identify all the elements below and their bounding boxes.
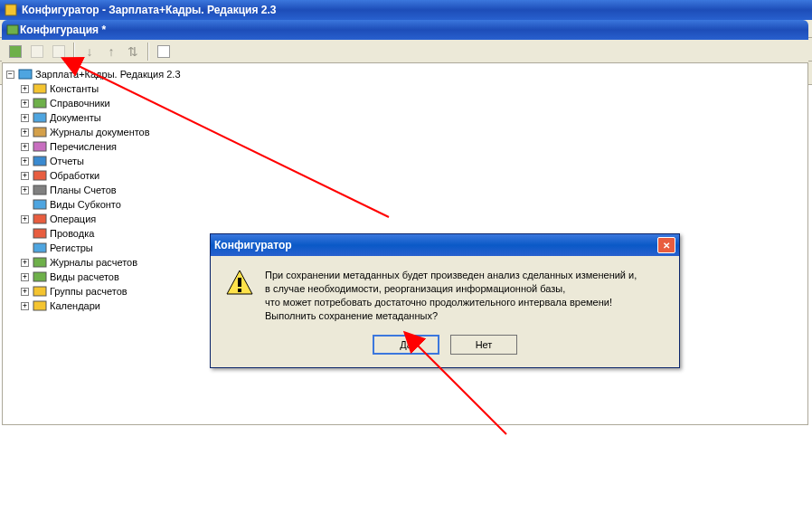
dialog-line-3: что может потребовать достаточно продолж… xyxy=(265,296,637,309)
child-window-icon xyxy=(5,22,20,39)
dialog-buttons: Да Нет xyxy=(211,329,679,367)
save-confirm-dialog: Конфигуратор ✕ При сохранении метаданных… xyxy=(210,233,680,368)
app-icon xyxy=(4,3,18,17)
tree-node-icon xyxy=(33,198,47,211)
tree-item-label: Регистры xyxy=(50,242,93,253)
tree-item-label: Планы Счетов xyxy=(50,185,117,195)
child-titlebar: Конфигурация * xyxy=(2,20,808,40)
svg-rect-6 xyxy=(33,128,46,137)
expand-toggle-icon[interactable]: + xyxy=(21,100,29,108)
dialog-titlebar[interactable]: Конфигуратор ✕ xyxy=(211,234,679,256)
tree-item-label: Журналы документов xyxy=(50,127,150,137)
svg-rect-17 xyxy=(33,287,46,296)
tree-root-label: Зарплата+Кадры. Редакция 2.3 xyxy=(35,69,181,80)
svg-rect-8 xyxy=(33,156,46,166)
expand-toggle-icon[interactable]: + xyxy=(21,288,29,296)
warning-icon xyxy=(225,269,254,298)
tree-node-icon xyxy=(33,256,47,269)
child-tb-btn-2[interactable] xyxy=(27,42,47,62)
tree-node-icon xyxy=(33,242,47,254)
child-title: Конфигурация * xyxy=(20,24,106,36)
dialog-close-button[interactable]: ✕ xyxy=(657,237,675,253)
child-tb-btn-6[interactable]: ⇅ xyxy=(123,42,143,62)
expand-toggle-icon[interactable]: + xyxy=(21,143,29,151)
tree-item[interactable]: Виды Субконто xyxy=(5,197,806,212)
svg-rect-15 xyxy=(33,258,46,267)
tree-item-label: Документы xyxy=(50,112,101,123)
tree-item-label: Календари xyxy=(50,300,100,311)
tree-item-label: Обработки xyxy=(50,170,99,181)
expand-toggle-icon[interactable]: + xyxy=(21,215,29,223)
child-toolbar: ↓ ↑ ⇅ xyxy=(2,40,808,63)
tree-node-icon xyxy=(33,82,47,95)
svg-rect-9 xyxy=(33,171,46,180)
tree-node-icon xyxy=(33,155,47,167)
child-tb-btn-4[interactable]: ↓ xyxy=(80,42,99,62)
tree-node-icon xyxy=(33,111,47,124)
tree-node-icon xyxy=(33,270,47,283)
tree-node-icon xyxy=(33,140,47,153)
svg-rect-1 xyxy=(7,25,18,34)
tree-item-label: Проводка xyxy=(50,228,94,239)
tree-node-icon xyxy=(33,126,47,138)
tree-node-icon xyxy=(33,227,47,240)
tree-node-icon xyxy=(33,299,47,312)
child-tb-btn-7[interactable] xyxy=(154,42,174,62)
expand-toggle-icon[interactable]: + xyxy=(21,302,29,310)
no-button[interactable]: Нет xyxy=(450,335,517,355)
svg-rect-14 xyxy=(33,243,46,252)
child-tb-btn-1[interactable] xyxy=(5,42,25,62)
expand-toggle-icon[interactable]: + xyxy=(21,85,29,93)
tree-item-label: Группы расчетов xyxy=(50,286,127,297)
svg-rect-5 xyxy=(33,113,46,122)
child-tb-btn-3[interactable] xyxy=(49,42,69,62)
expand-toggle-icon[interactable]: + xyxy=(21,128,29,137)
expand-toggle-icon[interactable]: − xyxy=(6,71,14,79)
svg-rect-4 xyxy=(33,99,46,108)
expand-toggle-icon[interactable]: + xyxy=(21,186,29,194)
tree-item-label: Журналы расчетов xyxy=(50,257,137,268)
tree-node-icon xyxy=(33,184,47,196)
tree-item[interactable]: +Документы xyxy=(5,110,806,125)
expand-toggle-icon[interactable]: + xyxy=(21,259,29,267)
svg-rect-21 xyxy=(238,289,241,292)
svg-rect-0 xyxy=(5,5,16,15)
tree-item[interactable]: +Отчеты xyxy=(5,154,806,168)
dialog-title: Конфигуратор xyxy=(214,239,292,251)
dialog-message: При сохранении метаданных будет произвед… xyxy=(265,269,637,322)
tree-item[interactable]: +Справочники xyxy=(5,96,806,110)
expand-toggle-icon[interactable]: + xyxy=(21,273,29,281)
dialog-line-4: Выполнить сохранение метаданных? xyxy=(265,309,637,323)
separator xyxy=(73,43,75,61)
svg-rect-16 xyxy=(33,272,46,281)
main-titlebar: Конфигуратор - Зарплата+Кадры. Редакция … xyxy=(0,0,812,20)
child-tb-btn-5[interactable]: ↑ xyxy=(101,42,121,62)
expand-toggle-icon[interactable]: + xyxy=(21,114,29,122)
tree-node-icon xyxy=(33,97,47,109)
expand-toggle-icon[interactable]: + xyxy=(21,157,29,166)
svg-rect-10 xyxy=(33,185,46,194)
svg-rect-2 xyxy=(19,70,32,79)
svg-rect-3 xyxy=(33,84,46,93)
tree-item[interactable]: +Константы xyxy=(5,81,806,96)
tree-item-label: Отчеты xyxy=(50,156,84,166)
tree-item-label: Перечисления xyxy=(50,141,117,152)
tree-item[interactable]: +Обработки xyxy=(5,168,806,183)
svg-rect-18 xyxy=(33,301,46,310)
tree-item[interactable]: +Планы Счетов xyxy=(5,183,806,197)
tree-noexpander xyxy=(21,244,29,252)
tree-item[interactable]: +Перечисления xyxy=(5,139,806,154)
dialog-line-2: в случае необходимости, реорганизация ин… xyxy=(265,282,637,296)
config-icon xyxy=(18,68,33,81)
tree-node-icon xyxy=(33,285,47,298)
dialog-line-1: При сохранении метаданных будет произвед… xyxy=(265,269,637,282)
tree-item[interactable]: +Журналы документов xyxy=(5,125,806,139)
svg-rect-13 xyxy=(33,229,46,238)
yes-button[interactable]: Да xyxy=(373,335,439,355)
tree-root[interactable]: − Зарплата+Кадры. Редакция 2.3 xyxy=(5,67,806,81)
expand-toggle-icon[interactable]: + xyxy=(21,172,29,180)
svg-rect-11 xyxy=(33,200,46,209)
tree-item[interactable]: +Операция xyxy=(5,212,806,226)
tree-node-icon xyxy=(33,169,47,182)
tree-item-label: Виды расчетов xyxy=(50,271,119,282)
